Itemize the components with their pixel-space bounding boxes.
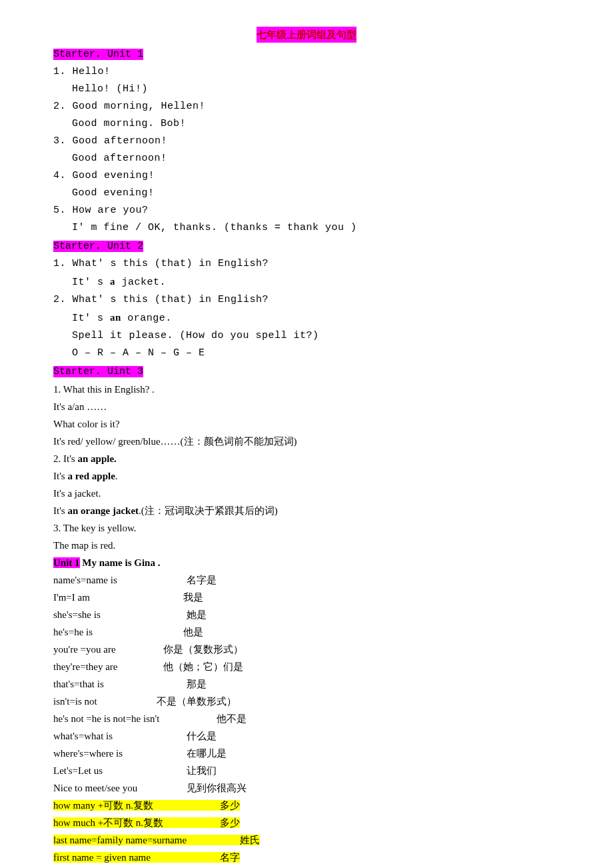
s1-line-9: 5. How are you? bbox=[53, 203, 560, 219]
vocab-right: 让我们 bbox=[187, 763, 217, 779]
s2-line-6: O – R – A – N – G – E bbox=[53, 345, 560, 361]
vocab-right: 他（她；它）们是 bbox=[163, 659, 243, 675]
s2-line-5: Spell it please. (How do you spell it?) bbox=[53, 328, 560, 344]
vocab-right: 他是 bbox=[183, 624, 203, 640]
s1-line-3: 2. Good morning, Hellen! bbox=[53, 99, 560, 115]
s3-l8-c: .(注：冠词取决于紧跟其后的词) bbox=[139, 505, 278, 516]
vocab-row: he's not =he is not=he isn't他不是 bbox=[53, 711, 560, 727]
vocab-right: 什么是 bbox=[187, 728, 217, 744]
s3-line-6: It's a red apple. bbox=[53, 468, 560, 484]
s2-line-3: 2. What' s this (that) in English? bbox=[53, 292, 560, 308]
page-title: 七年级上册词组及句型 bbox=[257, 27, 356, 43]
s3-l5-a: 2. It's bbox=[53, 453, 77, 464]
vocab-row: Nice to meet/see you见到你很高兴 bbox=[53, 780, 560, 796]
vocab-left: he's not =he is not=he isn't bbox=[53, 711, 217, 727]
yellow-text: first name = given name名字 bbox=[53, 852, 240, 863]
s3-l6-a: It's bbox=[53, 471, 67, 481]
yellow-row: how much +不可数 n.复数多少 bbox=[53, 815, 560, 831]
vocab-left: you're =you are bbox=[53, 641, 163, 657]
s2-l2-b: a bbox=[110, 276, 115, 287]
vocab-left: Nice to meet/see you bbox=[53, 780, 187, 796]
s1-line-6: Good afternoon! bbox=[53, 151, 560, 167]
s1-line-10: I' m fine / OK, thanks. (thanks = thank … bbox=[53, 220, 560, 236]
vocab-row: name's=name is名字是 bbox=[53, 572, 560, 588]
vocab-left: they're=they are bbox=[53, 659, 163, 675]
starter2-heading: Starter. Unit 2 bbox=[53, 241, 143, 252]
vocab-row: she's=she is她是 bbox=[53, 607, 560, 623]
vocab-right: 你是（复数形式） bbox=[163, 641, 243, 657]
s1-line-4: Good morning. Bob! bbox=[53, 116, 560, 132]
s3-line-2: It's a/an …… bbox=[53, 399, 560, 415]
s3-l6-c: . bbox=[115, 471, 118, 481]
vocab-row: isn't=is not不是（单数形式） bbox=[53, 693, 560, 709]
yellow-left: how many +可数 n.复数 bbox=[53, 797, 220, 813]
vocab-right: 我是 bbox=[183, 589, 203, 605]
vocab-row: that's=that is那是 bbox=[53, 676, 560, 692]
vocab-left: where's=where is bbox=[53, 745, 187, 761]
yellow-right: 名字 bbox=[220, 852, 240, 863]
vocab-right: 名字是 bbox=[187, 572, 217, 588]
s3-l8-a: It's bbox=[53, 505, 67, 516]
vocab-row: you're =you are你是（复数形式） bbox=[53, 641, 560, 657]
vocab-row: what's=what is什么是 bbox=[53, 728, 560, 744]
yellow-row: last name=family name=surname姓氏 bbox=[53, 832, 560, 848]
s1-line-1: 1. Hello! bbox=[53, 64, 560, 80]
s3-l5-b: an apple. bbox=[77, 453, 116, 464]
s2-l2-a: It' s bbox=[72, 277, 110, 288]
starter-unit-1: Starter. Unit 1 1. Hello! Hello! (Hi!) 2… bbox=[53, 45, 560, 236]
vocab-right: 在哪儿是 bbox=[187, 745, 227, 761]
vocab-row: he's=he is他是 bbox=[53, 624, 560, 640]
unit1-subtitle: My name is Gina . bbox=[80, 557, 161, 568]
starter1-heading: Starter. Unit 1 bbox=[53, 49, 143, 60]
vocab-left: isn't=is not bbox=[53, 693, 157, 709]
yellow-left: last name=family name=surname bbox=[53, 832, 240, 848]
s3-line-9: 3. The key is yellow. bbox=[53, 520, 560, 536]
yellow-text: how many +可数 n.复数多少 bbox=[53, 800, 240, 811]
starter3-heading: Starter. Uint 3 bbox=[53, 366, 143, 377]
s3-line-5: 2. It's an apple. bbox=[53, 451, 560, 467]
vocab-right: 不是（单数形式） bbox=[157, 693, 237, 709]
starter-unit-3: Starter. Uint 3 1. What this in English?… bbox=[53, 363, 560, 553]
vocab-row: Let's=Let us让我们 bbox=[53, 763, 560, 779]
vocab-left: name's=name is bbox=[53, 572, 187, 588]
s3-l8-b: an orange jacket bbox=[67, 505, 139, 516]
yellow-left: how much +不可数 n.复数 bbox=[53, 815, 220, 831]
vocab-row: they're=they are他（她；它）们是 bbox=[53, 659, 560, 675]
yellow-right: 多少 bbox=[220, 800, 240, 811]
vocab-left: that's=that is bbox=[53, 676, 187, 692]
s2-l2-c: jacket. bbox=[115, 277, 166, 288]
yellow-text: last name=family name=surname姓氏 bbox=[53, 835, 260, 845]
s3-l6-b: a red apple bbox=[67, 471, 115, 481]
vocab-left: Let's=Let us bbox=[53, 763, 187, 779]
s2-l4-b: an bbox=[110, 312, 121, 323]
yellow-right: 姓氏 bbox=[240, 835, 260, 845]
yellow-row: first name = given name名字 bbox=[53, 849, 560, 865]
vocab-list: name's=name is名字是I'm=I am我是she's=she is她… bbox=[53, 572, 560, 796]
s1-line-5: 3. Good afternoon! bbox=[53, 133, 560, 149]
vocab-right: 那是 bbox=[187, 676, 207, 692]
vocab-row: I'm=I am我是 bbox=[53, 589, 560, 605]
unit1-heading: Unit 1 bbox=[53, 557, 80, 568]
vocab-right: 她是 bbox=[187, 607, 207, 623]
s2-l4-a: It' s bbox=[72, 313, 110, 324]
s1-line-7: 4. Good evening! bbox=[53, 168, 560, 184]
vocab-right: 见到你很高兴 bbox=[187, 780, 247, 796]
s3-line-8: It's an orange jacket.(注：冠词取决于紧跟其后的词) bbox=[53, 503, 560, 519]
s1-line-8: Good evening! bbox=[53, 185, 560, 201]
vocab-left: what's=what is bbox=[53, 728, 187, 744]
yellow-row: how many +可数 n.复数多少 bbox=[53, 797, 560, 813]
s3-line-7: It's a jacket. bbox=[53, 485, 560, 501]
s2-line-1: 1. What' s this (that) in English? bbox=[53, 256, 560, 272]
unit-1: Unit 1 My name is Gina . name's=name is名… bbox=[53, 555, 560, 868]
page-title-wrap: 七年级上册词组及句型 bbox=[53, 27, 560, 43]
yellow-list: how many +可数 n.复数多少how much +不可数 n.复数多少l… bbox=[53, 797, 560, 865]
s3-line-3: What color is it? bbox=[53, 416, 560, 432]
unit1-heading-row: Unit 1 My name is Gina . bbox=[53, 555, 560, 571]
s2-line-2: It' s a jacket. bbox=[53, 273, 560, 291]
yellow-text: how much +不可数 n.复数多少 bbox=[53, 817, 240, 828]
s3-line-10: The map is red. bbox=[53, 537, 560, 553]
s2-line-4: It' s an orange. bbox=[53, 309, 560, 327]
vocab-left: I'm=I am bbox=[53, 589, 183, 605]
vocab-left: she's=she is bbox=[53, 607, 187, 623]
yellow-left: first name = given name bbox=[53, 849, 220, 865]
